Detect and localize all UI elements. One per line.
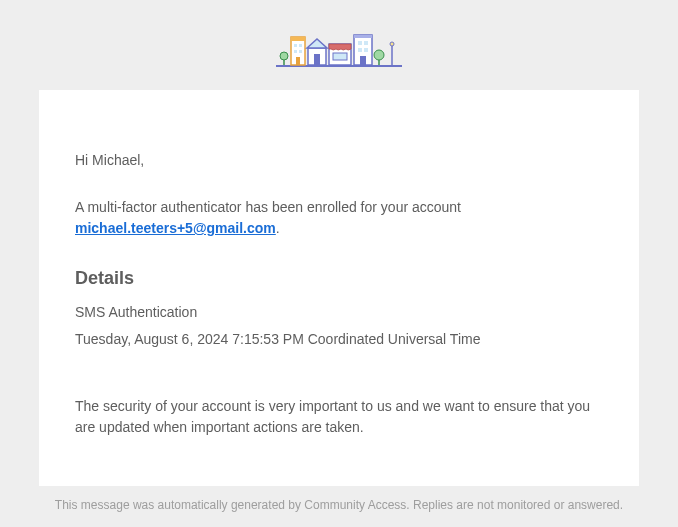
svg-rect-7 [294, 50, 297, 53]
svg-point-25 [390, 42, 394, 46]
svg-rect-17 [358, 41, 362, 45]
enrolled-text-after: . [276, 220, 280, 236]
svg-rect-6 [299, 44, 302, 47]
svg-rect-12 [314, 54, 320, 65]
svg-rect-19 [358, 48, 362, 52]
svg-point-22 [374, 50, 384, 60]
details-heading: Details [75, 265, 603, 292]
enrollment-paragraph: A multi-factor authenticator has been en… [75, 197, 603, 239]
svg-rect-8 [299, 50, 302, 53]
svg-rect-20 [364, 48, 368, 52]
account-email-link[interactable]: michael.teeters+5@gmail.com [75, 220, 276, 236]
svg-rect-9 [296, 57, 300, 65]
svg-rect-14 [333, 53, 347, 60]
footer-text: This message was automatically generated… [39, 498, 639, 512]
security-note-text: The security of your account is very imp… [75, 396, 603, 438]
community-houses-logo-icon [274, 28, 404, 70]
svg-marker-11 [307, 39, 327, 48]
svg-rect-4 [291, 37, 305, 41]
logo-container [0, 20, 678, 90]
email-card: Hi Michael, A multi-factor authenticator… [39, 90, 639, 486]
enrolled-text-before: A multi-factor authenticator has been en… [75, 199, 461, 215]
auth-method-text: SMS Authentication [75, 302, 603, 323]
greeting-text: Hi Michael, [75, 150, 603, 171]
svg-rect-21 [360, 56, 366, 65]
svg-point-1 [280, 52, 288, 60]
timestamp-text: Tuesday, August 6, 2024 7:15:53 PM Coord… [75, 329, 603, 350]
svg-rect-18 [364, 41, 368, 45]
svg-rect-5 [294, 44, 297, 47]
svg-rect-16 [354, 35, 372, 38]
